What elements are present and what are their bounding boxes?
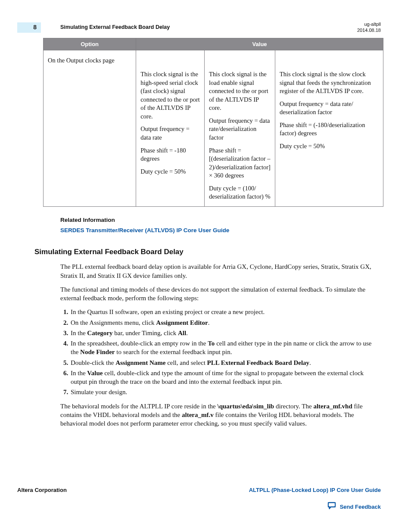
body-paragraph: The behavioral models for the ALTPLL IP … — [60, 402, 381, 428]
step-item: In the Category bar, under Timing, click… — [70, 329, 381, 337]
cell-text: This clock signal is the load enable sig… — [209, 70, 271, 112]
cell-text: Phase shift = [(deserialization factor –… — [209, 146, 271, 180]
page-number-badge: 8 — [17, 22, 41, 33]
document-page: 8 Simulating External Feedback Board Del… — [0, 0, 411, 532]
related-info-link[interactable]: SERDES Transmitter/Receiver (ALTLVDS) IP… — [60, 227, 229, 233]
step-item: In the Value cell, double-click and type… — [70, 369, 381, 386]
footer-doc-title: ALTPLL (Phase-Locked Loop) IP Core User … — [249, 486, 381, 494]
cell-text: This clock signal is the slow clock sign… — [280, 70, 379, 96]
page-footer: Altera Corporation ALTPLL (Phase-Locked … — [17, 486, 381, 494]
options-table: Option Value On the Output clocks page T… — [43, 38, 383, 207]
cell-text: Duty cycle = (100/ deserialization facto… — [209, 184, 271, 201]
cell-value-2: This clock signal is the load enable sig… — [204, 50, 275, 207]
section-heading: Simulating External Feedback Board Delay — [34, 247, 381, 257]
related-info-block: Related Information SERDES Transmitter/R… — [60, 216, 381, 234]
body-paragraph: The functional and timing models of thes… — [60, 285, 381, 303]
step-item: Simulate your design. — [70, 388, 381, 396]
doc-date: 2014.08.18 — [357, 28, 381, 34]
step-item: In the spreadsheet, double-click an empt… — [70, 339, 381, 357]
doc-id: ug-altpll — [357, 22, 381, 28]
cell-option: On the Output clocks page — [44, 50, 136, 207]
col-header-option: Option — [44, 38, 136, 50]
send-feedback-button[interactable]: Send Feedback — [327, 501, 381, 512]
header-meta: ug-altpll 2014.08.18 — [357, 22, 381, 34]
footer-company: Altera Corporation — [17, 486, 67, 494]
page-header: 8 Simulating External Feedback Board Del… — [17, 22, 381, 34]
svg-rect-0 — [328, 503, 335, 507]
cell-text: Output frequency = data rate/deserializa… — [209, 117, 271, 142]
cell-value-3: This clock signal is the slow clock sign… — [275, 50, 383, 207]
chat-bubble-icon — [327, 501, 336, 512]
cell-text: Phase shift = -180 degrees — [140, 146, 200, 163]
steps-list: In the Quartus II software, open an exis… — [60, 308, 381, 396]
step-item: Double-click the Assignment Name cell, a… — [70, 358, 381, 367]
body-paragraph: The PLL external feedback board delay op… — [60, 262, 381, 280]
step-item: In the Quartus II software, open an exis… — [70, 308, 381, 316]
table-row: On the Output clocks page This clock sig… — [44, 50, 383, 207]
cell-text: Duty cycle = 50% — [280, 142, 379, 151]
cell-text: Output frequency = data rate — [140, 125, 200, 142]
cell-text: Phase shift = (-180/deserializa­tion fac… — [280, 121, 379, 138]
section-body: The PLL external feedback board delay op… — [60, 262, 381, 428]
step-item: On the Assignments menu, click Assignmen… — [70, 318, 381, 327]
running-header-title: Simulating External Feedback Board Delay — [60, 24, 170, 31]
cell-value-1: This clock signal is the high-speed seri… — [136, 50, 205, 207]
cell-text: Duty cycle = 50% — [140, 168, 200, 176]
cell-text: Output frequency = data rate/ deserializ… — [280, 100, 379, 117]
send-feedback-label: Send Feedback — [340, 503, 381, 511]
col-header-value: Value — [136, 38, 383, 50]
related-info-label: Related Information — [60, 216, 381, 224]
table-header-row: Option Value — [44, 38, 383, 50]
cell-text: This clock signal is the high-speed seri… — [140, 70, 200, 121]
